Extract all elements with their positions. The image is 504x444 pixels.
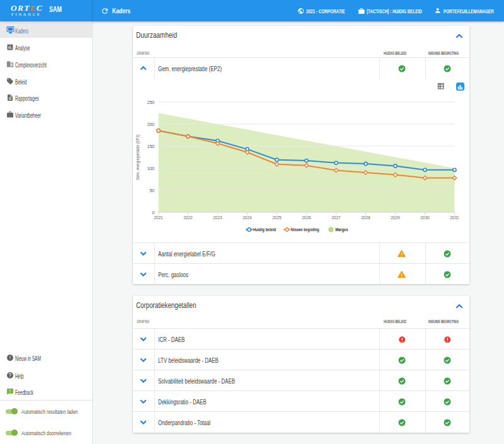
svg-text:2029: 2029 [391, 215, 400, 220]
svg-text:150: 150 [147, 144, 154, 149]
svg-text:2028: 2028 [361, 215, 370, 220]
svg-text:2026: 2026 [302, 215, 311, 220]
svg-text:2030: 2030 [420, 215, 430, 220]
svg-text:Nieuwe begroting: Nieuwe begroting [291, 227, 319, 232]
svg-text:2022: 2022 [183, 215, 193, 220]
svg-text:2023: 2023 [213, 215, 222, 220]
svg-text:100: 100 [147, 166, 154, 171]
svg-text:200: 200 [147, 122, 154, 127]
svg-text:2027: 2027 [331, 215, 341, 220]
svg-text:2025: 2025 [272, 215, 282, 220]
svg-text:Marges: Marges [335, 227, 348, 232]
svg-text:Huidig beleid: Huidig beleid [253, 227, 276, 232]
svg-text:2021: 2021 [154, 215, 163, 220]
svg-text:50: 50 [149, 188, 154, 193]
svg-text:250: 250 [147, 100, 154, 105]
svg-text:2031: 2031 [450, 215, 459, 220]
svg-text:Gem. energieprestatie (EP2): Gem. energieprestatie (EP2) [135, 134, 140, 179]
svg-text:2024: 2024 [243, 215, 252, 220]
